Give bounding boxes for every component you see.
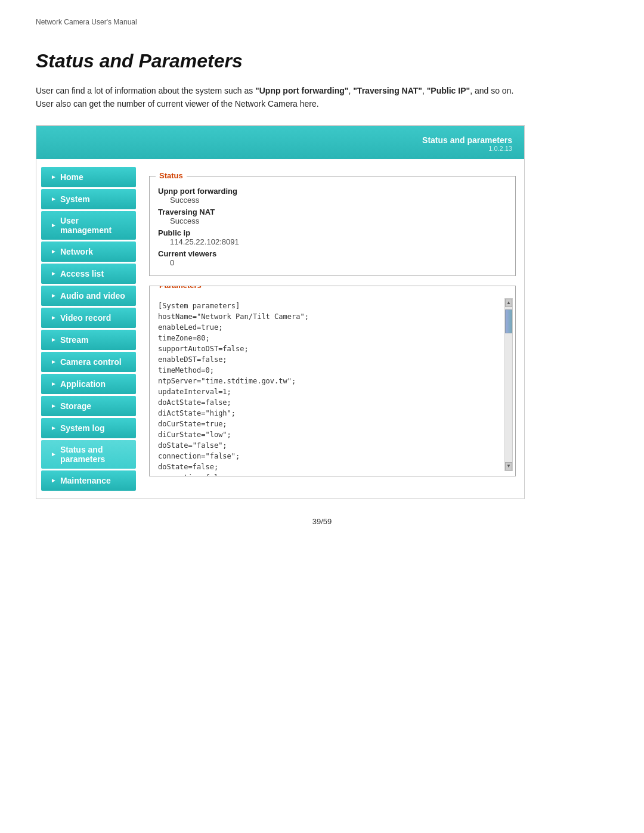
sidebar-label-system: System (60, 194, 90, 204)
upnp-label: Upnp port forwarding (158, 187, 237, 196)
parameters-legend: Parameters (156, 286, 205, 290)
status-section: Status Upnp port forwarding Success Trav… (149, 176, 516, 276)
nat-value: Success (170, 216, 507, 225)
sidebar-label-maintenance: Maintenance (60, 476, 111, 485)
sidebar-item-stream[interactable]: ► Stream (41, 330, 136, 350)
upnp-value: Success (170, 196, 507, 205)
arrow-icon: ► (51, 222, 57, 228)
sidebar-label-storage: Storage (60, 401, 91, 411)
sidebar-label-video-record: Video record (60, 313, 111, 323)
arrow-icon: ► (51, 270, 57, 277)
sidebar-label-camera-control: Camera control (60, 357, 122, 367)
arrow-icon: ► (51, 248, 57, 255)
arrow-icon: ► (51, 358, 57, 365)
sidebar-item-video-record[interactable]: ► Video record (41, 308, 136, 328)
sidebar-label-audio-video: Audio and video (60, 291, 125, 301)
arrow-icon: ► (51, 196, 57, 202)
sidebar-item-application[interactable]: ► Application (41, 374, 136, 394)
sidebar-label-system-log: System log (60, 423, 105, 433)
ip-value: 114.25.22.102:8091 (170, 237, 507, 246)
sidebar-item-camera-control[interactable]: ► Camera control (41, 352, 136, 372)
scrollbar[interactable]: ▲ ▼ (504, 298, 513, 471)
status-ip: Public ip 114.25.22.102:8091 (158, 228, 507, 246)
page-title: Status and Parameters (36, 50, 608, 72)
sidebar-item-audio-video[interactable]: ► Audio and video (41, 286, 136, 306)
sidebar-item-access-list[interactable]: ► Access list (41, 264, 136, 284)
scrollbar-arrow-up[interactable]: ▲ (505, 299, 512, 307)
ip-label: Public ip (158, 228, 190, 237)
sidebar: ► Home ► System ► User management ► Netw… (36, 159, 141, 498)
viewers-value: 0 (170, 258, 507, 267)
content-area: Status Upnp port forwarding Success Trav… (141, 159, 524, 498)
scrollbar-arrow-down[interactable]: ▼ (505, 462, 512, 470)
intro-paragraph: User can find a lot of information about… (36, 84, 525, 111)
status-viewers: Current viewers 0 (158, 249, 507, 267)
parameters-content[interactable]: [System parameters] hostName="Network Pa… (150, 292, 515, 476)
arrow-icon: ► (51, 314, 57, 321)
arrow-icon: ► (51, 402, 57, 409)
sidebar-label-access-list: Access list (60, 269, 104, 278)
ui-frame: Status and parameters 1.0.2.13 ► Home ► … (36, 125, 525, 499)
sidebar-item-system[interactable]: ► System (41, 189, 136, 209)
sidebar-label-user-management: User management (60, 216, 129, 235)
sidebar-item-system-log[interactable]: ► System log (41, 418, 136, 438)
ui-topbar: Status and parameters 1.0.2.13 (36, 126, 524, 159)
arrow-icon: ► (51, 425, 57, 431)
manual-header: Network Camera User's Manual (36, 18, 608, 26)
scrollbar-thumb[interactable] (505, 309, 512, 333)
arrow-icon: ► (51, 380, 57, 387)
nat-label: Traversing NAT (158, 208, 215, 216)
status-nat: Traversing NAT Success (158, 207, 507, 225)
status-legend: Status (156, 171, 187, 180)
sidebar-label-network: Network (60, 247, 93, 256)
arrow-icon: ► (51, 174, 57, 180)
sidebar-label-stream: Stream (60, 335, 88, 345)
sidebar-label-home: Home (60, 172, 83, 182)
arrow-icon: ► (51, 477, 57, 484)
parameters-section: Parameters [System parameters] hostName=… (149, 286, 516, 476)
sidebar-item-status-parameters[interactable]: ► Status and parameters (41, 440, 136, 469)
sidebar-label-status-parameters: Status and parameters (60, 445, 129, 464)
sidebar-item-user-management[interactable]: ► User management (41, 211, 136, 240)
page-number: 39/59 (36, 517, 608, 526)
sidebar-label-application: Application (60, 379, 106, 389)
sidebar-item-network[interactable]: ► Network (41, 241, 136, 262)
status-upnp: Upnp port forwarding Success (158, 186, 507, 205)
arrow-icon: ► (51, 336, 57, 343)
params-text: [System parameters] hostName="Network Pa… (158, 302, 309, 476)
sidebar-item-home[interactable]: ► Home (41, 167, 136, 187)
arrow-icon: ► (51, 292, 57, 299)
topbar-title: Status and parameters (422, 135, 512, 145)
viewers-label: Current viewers (158, 249, 216, 258)
sidebar-item-storage[interactable]: ► Storage (41, 396, 136, 416)
topbar-version: 1.0.2.13 (422, 145, 512, 152)
sidebar-item-maintenance[interactable]: ► Maintenance (41, 470, 136, 491)
arrow-icon: ► (51, 451, 57, 457)
